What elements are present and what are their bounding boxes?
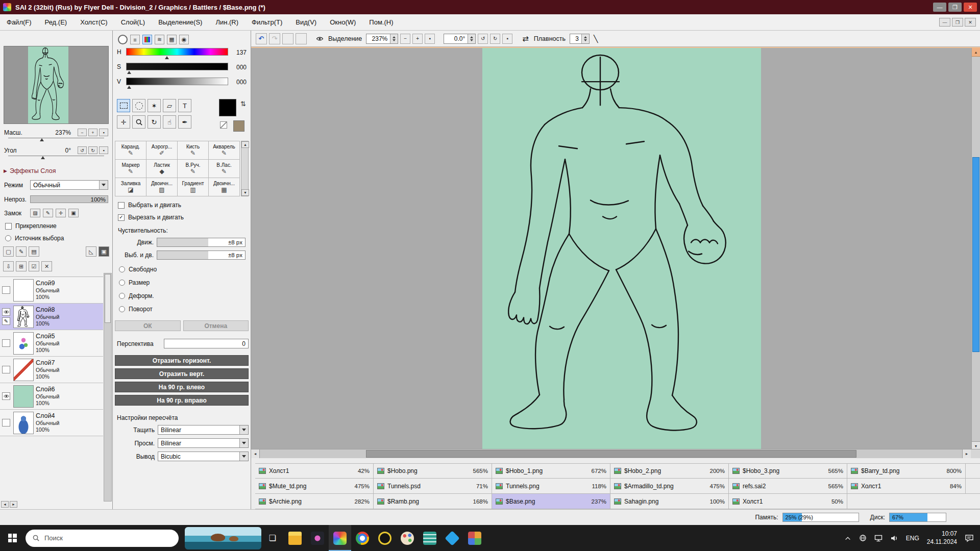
- tool-gradient[interactable]: Градиент▥: [178, 178, 209, 196]
- taskbar-app-messenger[interactable]: [441, 525, 463, 551]
- new-layer-button[interactable]: ▢: [3, 246, 14, 257]
- rect-select-tool[interactable]: [117, 99, 130, 112]
- nav-angle-reset-button[interactable]: ▪: [99, 146, 108, 154]
- apply-layer-button[interactable]: ☑: [29, 261, 39, 271]
- network-icon[interactable]: [859, 534, 867, 542]
- lock-alpha-button[interactable]: ▨: [30, 209, 40, 217]
- hand-tool[interactable]: ☝: [163, 115, 176, 129]
- visibility-checkbox[interactable]: [2, 392, 10, 400]
- doc-tab[interactable]: $Mute_td.png475%: [255, 479, 374, 493]
- doc-tab[interactable]: Tunnels.psd71%: [374, 479, 492, 493]
- taskbar-app-file-explorer[interactable]: [284, 525, 306, 551]
- mdi-minimize-button[interactable]: —: [939, 18, 950, 27]
- tool-v-eraser[interactable]: В.Лас.✎: [209, 160, 240, 178]
- delete-layer-button[interactable]: ✕: [41, 261, 52, 271]
- new-sketch-layer-button[interactable]: ✎: [16, 246, 27, 257]
- rotate-90-left-button[interactable]: На 90 гр. влево: [115, 382, 249, 392]
- navigator-zoom-slider[interactable]: [8, 138, 104, 142]
- tool-binary[interactable]: Двоичн...▨: [146, 178, 178, 196]
- view-resample-select[interactable]: Bilinear: [158, 438, 249, 448]
- smoothness-arrows[interactable]: [581, 34, 589, 43]
- visibility-checkbox[interactable]: [2, 339, 10, 347]
- menu-view[interactable]: Вид(V): [289, 14, 323, 30]
- rgb-sliders-toggle[interactable]: [142, 35, 152, 44]
- layer-row[interactable]: Слой6 Обычный 100%: [0, 383, 103, 410]
- secondary-color-swatch[interactable]: [233, 120, 244, 132]
- nav-rotate-right-button[interactable]: ↻: [88, 146, 97, 154]
- layer-effects-header[interactable]: ▶ Эффекты Слоя: [4, 167, 112, 174]
- close-button[interactable]: ✕: [964, 3, 977, 12]
- maximize-button[interactable]: ❐: [948, 3, 962, 12]
- layer-row-selected[interactable]: ✎ Слой8 Обычный 100%: [0, 304, 103, 330]
- tool-binary2[interactable]: Двоичн...▦: [209, 178, 240, 196]
- blend-mode-select[interactable]: Обычный: [30, 180, 108, 190]
- scroll-down-button[interactable]: ▼: [241, 189, 249, 196]
- flip-horizontal-button[interactable]: Отразить горизонт.: [115, 355, 249, 366]
- zoom-spinner[interactable]: [390, 34, 398, 43]
- rotate-right-button[interactable]: ↻: [490, 34, 500, 44]
- rotate-radio[interactable]: [119, 306, 125, 312]
- lock-position-button[interactable]: ▣: [68, 209, 79, 217]
- navigator-preview[interactable]: [4, 46, 109, 124]
- history-forward-button[interactable]: [296, 33, 307, 44]
- tool-airbrush[interactable]: Аэрогр...✐: [146, 141, 178, 160]
- layer-list-scrollbar[interactable]: [104, 273, 112, 502]
- zoom-reset-button[interactable]: ▪: [425, 34, 435, 44]
- vertical-scrollbar[interactable]: ▲ ▼: [971, 48, 980, 449]
- color-wheel-toggle[interactable]: [118, 35, 128, 44]
- clipping-checkbox[interactable]: [5, 223, 12, 230]
- polygon-select-tool[interactable]: ▱: [163, 99, 176, 112]
- magic-wand-tool[interactable]: ✶: [148, 99, 161, 112]
- opacity-slider[interactable]: 100%: [30, 195, 108, 203]
- doc-tab[interactable]: $Ramb.png168%: [374, 494, 492, 509]
- doc-tab[interactable]: $Hobo_3.png565%: [729, 464, 847, 478]
- taskbar-app-music[interactable]: [374, 525, 396, 551]
- task-view-button[interactable]: ❏: [261, 525, 284, 551]
- scroll-down-button[interactable]: ▼: [972, 441, 980, 449]
- language-indicator[interactable]: ENG: [906, 535, 919, 542]
- history-back-button[interactable]: [282, 33, 293, 44]
- nav-zoom-reset-button[interactable]: ▪: [99, 129, 108, 136]
- visibility-checkbox[interactable]: [2, 308, 10, 316]
- canvas-viewport[interactable]: ▲ ▼: [251, 47, 980, 449]
- ok-button[interactable]: ОК: [115, 320, 181, 331]
- value-marker[interactable]: [127, 86, 131, 89]
- doc-tab[interactable]: refs.sai2565%: [729, 479, 847, 493]
- tool-fill[interactable]: Заливка◪: [115, 178, 146, 196]
- minimize-button[interactable]: —: [933, 3, 946, 12]
- lasso-tool[interactable]: [132, 99, 145, 112]
- angle-spinner[interactable]: [468, 34, 475, 43]
- tool-grid-scrollbar[interactable]: ▲ ▼: [241, 141, 249, 196]
- doc-tab[interactable]: Холст150%: [729, 494, 847, 509]
- navigator-angle-slider[interactable]: [8, 156, 104, 160]
- output-resample-select[interactable]: Bicubic: [158, 452, 249, 461]
- swatches-toggle[interactable]: ▦: [167, 35, 177, 44]
- doc-tab[interactable]: $Hobo_1.png672%: [492, 464, 610, 478]
- layer-row[interactable]: Слой5 Обычный 100%: [0, 330, 103, 357]
- taskbar-app-photos[interactable]: [463, 525, 486, 551]
- menu-selection[interactable]: Выделение(S): [152, 14, 209, 30]
- swap-colors-icon[interactable]: ⇅: [240, 100, 246, 108]
- mdi-close-button[interactable]: ✕: [965, 18, 976, 27]
- visibility-checkbox[interactable]: [2, 286, 10, 294]
- angle-reset-button[interactable]: ▪: [502, 34, 512, 44]
- scale-radio[interactable]: [119, 280, 125, 286]
- tool-v-pen[interactable]: В.Руч.✎: [178, 160, 209, 178]
- widgets-thumbnail[interactable]: [185, 527, 261, 549]
- selection-source-radio[interactable]: [5, 235, 11, 241]
- saturation-marker[interactable]: [127, 71, 131, 74]
- tool-marker[interactable]: Маркер✎: [115, 160, 146, 178]
- smoothness-spinner[interactable]: 3: [570, 34, 590, 44]
- flip-view-icon[interactable]: ⇄: [522, 34, 529, 43]
- rotate-left-button[interactable]: ↺: [478, 34, 488, 44]
- scrollbar-thumb[interactable]: [105, 274, 111, 323]
- dropdown-arrow-icon[interactable]: [99, 181, 108, 189]
- rotate-view-tool[interactable]: ↻: [148, 115, 161, 129]
- taskbar-app-notes[interactable]: [419, 525, 441, 551]
- tool-eraser[interactable]: Ластик◆: [146, 160, 178, 178]
- cancel-button[interactable]: Отмена: [183, 320, 249, 331]
- cut-move-checkbox[interactable]: ✓: [118, 214, 125, 221]
- value-slider[interactable]: [126, 78, 228, 85]
- menu-layer[interactable]: Слой(L): [114, 14, 152, 30]
- nav-zoom-out-button[interactable]: −: [78, 129, 87, 136]
